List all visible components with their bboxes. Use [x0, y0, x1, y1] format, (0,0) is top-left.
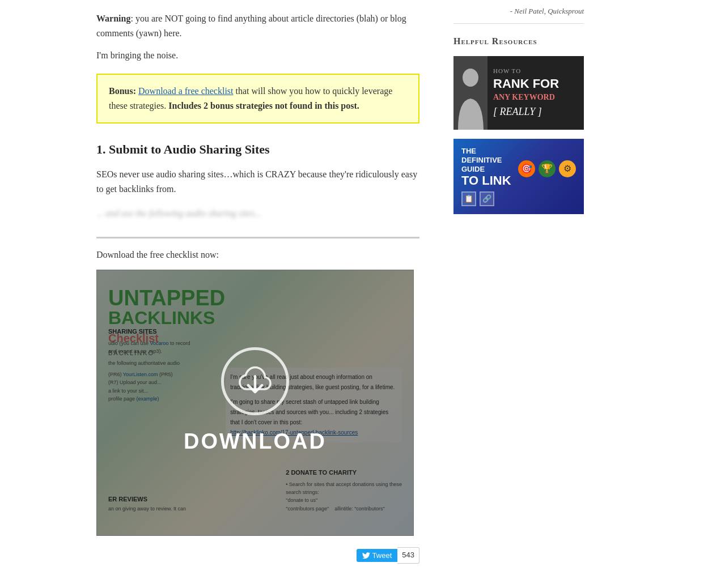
card2-line2: To LINK: [461, 174, 512, 187]
card2-line1: THE DEFINITIVE GUIDE: [461, 147, 512, 173]
blurred-section: ... and use the following audio sharing …: [96, 206, 419, 229]
warning-paragraph: Warning: you are NOT going to find anyth…: [96, 11, 419, 41]
download-overlay[interactable]: DOWNLOAD: [96, 270, 414, 536]
tweet-button-label: Tweet: [372, 551, 392, 560]
blurred-content: ... and use the following audio sharing …: [96, 206, 419, 221]
bonus-label: Bonus: Download a free checklist that wi…: [109, 86, 392, 110]
warning-text: : you are NOT going to find anything abo…: [96, 14, 406, 38]
card1-person-image: [453, 56, 487, 130]
bonus-bold-text: Includes 2 bonus strategies not found in…: [168, 101, 359, 110]
warning-label: Warning: [96, 14, 130, 23]
card1-line1: HOW TO: [493, 66, 578, 76]
sidebar: - Neil Patel, Quicksprout Helpful Resour…: [442, 0, 595, 588]
tweet-count: 543: [397, 547, 419, 564]
checklist-image-wrapper[interactable]: UNTAPPED BACKLINKS Checklist BACKLINKO I…: [96, 270, 414, 536]
download-overlay-label: DOWNLOAD: [184, 424, 327, 459]
bonus-box: Bonus: Download a free checklist that wi…: [96, 74, 419, 123]
card1-bracket: [ REALLY ]: [493, 104, 578, 120]
tweet-bar: Tweet 543: [96, 547, 419, 564]
card1-text-block: HOW TO RANK FOR ANY KEYWORD [ REALLY ]: [487, 56, 584, 130]
sidebar-card-rank-keyword[interactable]: HOW TO RANK FOR ANY KEYWORD [ REALLY ]: [453, 56, 584, 130]
intro-text: I'm bringing the noise.: [96, 48, 419, 63]
page-wrapper: Warning: you are NOT going to find anyth…: [0, 0, 708, 588]
sidebar-card-definitive-guide[interactable]: THE DEFINITIVE GUIDE To LINK 🎯 🏆 ⚙ 📋 🔗: [453, 139, 584, 214]
card2-icons: 🎯 🏆 ⚙: [518, 160, 576, 177]
card2-icon-target: 🎯: [518, 160, 535, 177]
cloud-download-icon: [235, 361, 275, 401]
download-icon: [221, 347, 289, 415]
sidebar-quote: - Neil Patel, Quicksprout: [453, 6, 584, 24]
tweet-button[interactable]: Tweet: [357, 549, 398, 562]
helpful-resources-heading: Helpful Resources: [453, 34, 584, 49]
card2-text-block: THE DEFINITIVE GUIDE To LINK: [461, 147, 512, 187]
section1-intro: SEOs never use audio sharing sites…which…: [96, 167, 419, 197]
person-silhouette-icon: [455, 67, 486, 130]
divider: [96, 237, 419, 238]
section1-heading: 1. Submit to Audio Sharing Sites: [96, 139, 419, 159]
card1-line2: RANK FOR: [493, 78, 578, 90]
svg-point-1: [463, 69, 478, 87]
twitter-bird-icon: [362, 552, 370, 559]
bonus-checklist-link[interactable]: Download a free checklist: [138, 86, 233, 96]
download-prompt: Download the free checklist now:: [96, 248, 419, 262]
card1-inner: HOW TO RANK FOR ANY KEYWORD [ REALLY ]: [453, 56, 584, 130]
main-content: Warning: you are NOT going to find anyth…: [0, 0, 442, 588]
card2-extra-icons: 📋 🔗: [461, 191, 576, 206]
card2-icon-trophy: 🏆: [539, 160, 556, 177]
card1-line3: ANY KEYWORD: [493, 91, 578, 104]
card2-icon-gear: ⚙: [559, 160, 576, 177]
